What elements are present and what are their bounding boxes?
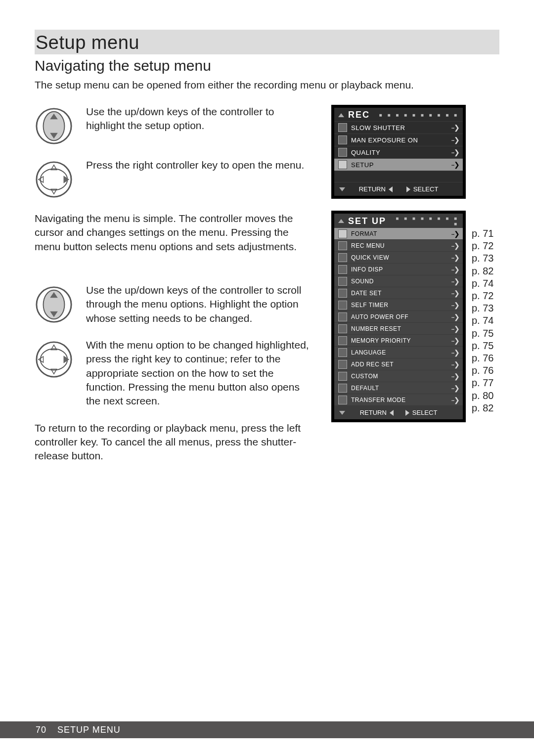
menu-item-icon xyxy=(338,312,347,321)
menu-item-icon xyxy=(338,348,347,357)
rec-menu-header: REC ■ ■ ■ ■ ■ ■ ■ ■ ■ ■ xyxy=(334,108,463,121)
menu-item-label: QUICK VIEW xyxy=(351,254,447,261)
svg-marker-9 xyxy=(64,176,70,183)
footer-select-label: SELECT xyxy=(412,409,438,416)
setup-menu-item[interactable]: SOUND···❯ xyxy=(334,275,463,287)
setup-menu-footer: RETURN SELECT xyxy=(334,405,463,419)
page-reference: p. 73 xyxy=(472,302,493,314)
chevron-right-icon: ···❯ xyxy=(451,349,459,356)
step-3-text: Use the up/down keys of the controller t… xyxy=(86,283,313,325)
page-reference: p. 75 xyxy=(472,340,493,352)
rec-menu-item[interactable]: SLOW SHUTTER···❯ xyxy=(334,121,463,133)
chevron-right-icon: ···❯ xyxy=(451,360,459,368)
page-reference: p. 72 xyxy=(472,240,493,252)
chevron-right-icon: ···❯ xyxy=(451,289,459,297)
chevron-right-icon: ···❯ xyxy=(451,242,459,250)
menu-item-label: QUALITY xyxy=(351,149,447,156)
page-reference: p. 74 xyxy=(472,314,493,327)
chevron-right-icon: ···❯ xyxy=(451,372,459,380)
screens-column: REC ■ ■ ■ ■ ■ ■ ■ ■ ■ ■ SLOW SHUTTER···❯… xyxy=(331,105,499,478)
chevron-right-icon: ···❯ xyxy=(451,124,459,132)
setup-menu-item[interactable]: ADD REC SET···❯ xyxy=(334,358,463,370)
rec-menu-item[interactable]: QUALITY···❯ xyxy=(334,146,463,158)
menu-item-label: SELF TIMER xyxy=(351,302,447,309)
rec-menu-footer: RETURN SELECT xyxy=(334,182,463,196)
menu-item-label: SLOW SHUTTER xyxy=(351,124,447,132)
menu-item-label: TRANSFER MODE xyxy=(351,397,447,403)
setup-menu-item[interactable]: MEMORY PRIORITY···❯ xyxy=(334,334,463,346)
setup-menu-item[interactable]: SELF TIMER···❯ xyxy=(334,299,463,311)
menu-item-icon xyxy=(338,241,347,250)
setup-menu-item[interactable]: QUICK VIEW···❯ xyxy=(334,251,463,263)
menu-item-icon xyxy=(338,265,347,274)
menu-item-label: CUSTOM xyxy=(351,373,447,380)
triangle-left-icon xyxy=(389,186,393,192)
page-subtitle: Navigating the setup menu xyxy=(35,57,499,74)
caret-down-icon xyxy=(339,411,345,415)
chevron-right-icon: ···❯ xyxy=(451,313,459,321)
menu-item-label: MEMORY PRIORITY xyxy=(351,337,447,344)
page-reference: p. 72 xyxy=(472,290,493,302)
manual-page: Setup menu Navigating the setup menu The… xyxy=(0,0,534,756)
menu-item-label: SETUP xyxy=(351,161,447,169)
setup-menu-item[interactable]: DEFAULT···❯ xyxy=(334,382,463,394)
setup-menu-screen: SET UP ■ ■ ■ ■ ■ ■ ■ ■ ■ FORMAT···❯REC M… xyxy=(331,211,466,422)
setup-menu-header: SET UP ■ ■ ■ ■ ■ ■ ■ ■ ■ xyxy=(334,214,463,227)
menu-item-icon xyxy=(338,123,347,132)
menu-item-icon xyxy=(338,336,347,345)
step-1-text: Use the up/down keys of the controller t… xyxy=(86,105,313,133)
content-row: Use the up/down keys of the controller t… xyxy=(35,105,499,478)
triangle-left-icon xyxy=(390,410,394,416)
menu-item-icon xyxy=(338,277,347,286)
header-dots: ■ ■ ■ ■ ■ ■ ■ ■ ■ xyxy=(390,216,459,226)
setup-menu-title: SET UP xyxy=(348,216,386,226)
controller-right-icon xyxy=(35,340,73,379)
step-2-text: Press the right controller key to open t… xyxy=(86,158,304,172)
page-number: 70 xyxy=(36,725,46,735)
page-reference: p. 82 xyxy=(472,265,493,277)
setup-menu-item[interactable]: DATE SET···❯ xyxy=(334,287,463,299)
chevron-right-icon: ···❯ xyxy=(451,277,459,285)
chevron-right-icon: ···❯ xyxy=(451,254,459,262)
page-reference: p. 73 xyxy=(472,252,493,265)
menu-item-label: SOUND xyxy=(351,278,447,285)
setup-menu-item[interactable]: TRANSFER MODE···❯ xyxy=(334,394,463,405)
menu-item-icon xyxy=(338,253,347,262)
page-footer: 70 SETUP MENU xyxy=(0,721,534,738)
rec-menu-item[interactable]: MAN EXPOSURE ON···❯ xyxy=(334,133,463,146)
menu-item-label: INFO DISP xyxy=(351,266,447,273)
setup-menu-item[interactable]: FORMAT···❯ xyxy=(334,227,463,239)
paragraph-1: Navigating the menu is simple. The contr… xyxy=(35,212,313,254)
setup-menu-item[interactable]: INFO DISP···❯ xyxy=(334,263,463,275)
page-reference: p. 76 xyxy=(472,352,493,364)
caret-down-icon xyxy=(339,187,345,191)
page-reference: p. 71 xyxy=(472,227,493,240)
chevron-right-icon: ···❯ xyxy=(451,230,459,238)
menu-item-label: REC MENU xyxy=(351,242,447,249)
menu-item-label: MAN EXPOSURE ON xyxy=(351,136,447,144)
menu-item-icon xyxy=(338,396,347,404)
setup-menu-item[interactable]: CUSTOM···❯ xyxy=(334,370,463,382)
menu-item-icon xyxy=(338,324,347,333)
page-reference: p. 76 xyxy=(472,364,493,377)
controller-right-icon xyxy=(35,160,73,199)
menu-item-icon xyxy=(338,372,347,381)
setup-menu-item[interactable]: LANGUAGE···❯ xyxy=(334,346,463,358)
footer-section-label: SETUP MENU xyxy=(57,725,121,735)
menu-item-label: DATE SET xyxy=(351,290,447,297)
menu-item-icon xyxy=(338,148,347,157)
step-1: Use the up/down keys of the controller t… xyxy=(35,105,313,145)
menu-item-icon xyxy=(338,360,347,369)
controller-updown-icon xyxy=(35,285,73,324)
setup-menu-item[interactable]: NUMBER RESET···❯ xyxy=(334,322,463,334)
menu-item-icon xyxy=(338,135,347,144)
header-dots: ■ ■ ■ ■ ■ ■ ■ ■ ■ ■ xyxy=(374,112,459,118)
rec-menu-item[interactable]: SETUP···❯ xyxy=(334,158,463,171)
page-reference: p. 77 xyxy=(472,377,493,389)
step-2: Press the right controller key to open t… xyxy=(35,158,313,199)
controller-updown-icon xyxy=(35,107,73,145)
setup-menu-item[interactable]: AUTO POWER OFF···❯ xyxy=(334,311,463,322)
setup-menu-item[interactable]: REC MENU···❯ xyxy=(334,239,463,251)
instructions-column: Use the up/down keys of the controller t… xyxy=(35,105,313,478)
menu-item-icon xyxy=(338,160,347,169)
